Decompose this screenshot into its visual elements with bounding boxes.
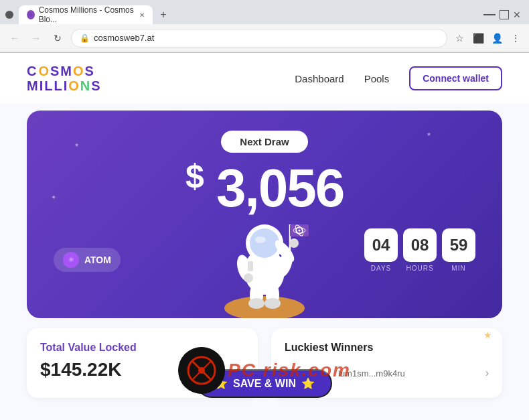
prize-symbol: $ bbox=[185, 157, 203, 195]
countdown-hours: 08 HOURS bbox=[403, 228, 437, 272]
profile-icon[interactable]: 👤 bbox=[490, 31, 504, 45]
svg-point-19 bbox=[289, 238, 299, 248]
tab-bar: Cosmos Millions - Cosmos Blo... ✕ + ✕ bbox=[0, 0, 529, 24]
winner-arrow-icon: › bbox=[485, 367, 489, 379]
address-bar[interactable]: 🔒 cosmosweb7.at bbox=[71, 29, 447, 48]
days-value: 04 bbox=[364, 228, 398, 262]
svg-rect-20 bbox=[248, 261, 253, 271]
deco-star-3: ★ bbox=[483, 330, 492, 340]
browser-chrome: Cosmos Millions - Cosmos Blo... ✕ + ✕ ← … bbox=[0, 0, 529, 53]
toolbar: ← → ↻ 🔒 cosmosweb7.at ☆ ⬛ 👤 ⋮ bbox=[0, 24, 529, 52]
days-label: DAYS bbox=[371, 265, 392, 272]
save-win-label: SAVE & WIN bbox=[233, 378, 296, 390]
nav-dashboard[interactable]: Dashboard bbox=[295, 73, 344, 84]
back-button[interactable]: ← bbox=[7, 30, 23, 46]
hero-banner: ★ · ✦ ★ · ✦ · Next Draw $ 3,056 bbox=[27, 111, 502, 318]
new-tab-button[interactable]: + bbox=[155, 7, 171, 23]
browser-tab[interactable]: Cosmos Millions - Cosmos Blo... ✕ bbox=[19, 5, 153, 24]
minimize-btn[interactable] bbox=[483, 14, 496, 15]
countdown-timer: 04 DAYS 08 HOURS 59 MIN bbox=[364, 228, 475, 272]
svg-point-10 bbox=[248, 298, 264, 309]
countdown-minutes: 59 MIN bbox=[442, 228, 475, 272]
extension-icon[interactable]: ⬛ bbox=[471, 31, 485, 45]
tvl-title: Total Value Locked bbox=[40, 342, 244, 354]
tab-favicon bbox=[27, 10, 35, 19]
star-7: · bbox=[217, 142, 218, 146]
reload-button[interactable]: ↻ bbox=[50, 30, 66, 46]
minutes-value: 59 bbox=[442, 228, 475, 262]
logo-text-top: C O SM O S bbox=[27, 64, 102, 78]
maximize-btn[interactable] bbox=[500, 10, 509, 19]
svg-point-18 bbox=[244, 273, 253, 283]
save-win-button[interactable]: ⭐ SAVE & WIN ⭐ bbox=[197, 369, 332, 398]
hours-label: HOURS bbox=[406, 265, 433, 272]
nav-pools[interactable]: Pools bbox=[364, 73, 390, 84]
atom-badge: ⚛ ATOM bbox=[54, 248, 121, 272]
star-4: ★ bbox=[427, 131, 431, 137]
connect-wallet-button[interactable]: Connect wallet bbox=[409, 66, 502, 90]
winners-title: Luckiest Winners bbox=[285, 342, 489, 354]
atom-label: ATOM bbox=[84, 255, 111, 265]
toolbar-icons: ☆ ⬛ 👤 ⋮ bbox=[453, 31, 522, 45]
window-btn-close[interactable] bbox=[5, 11, 13, 19]
url-text: cosmosweb7.at bbox=[94, 33, 154, 43]
lock-icon: 🔒 bbox=[80, 33, 90, 43]
nav-links: Dashboard Pools Connect wallet bbox=[295, 66, 502, 90]
star-left-icon: ⭐ bbox=[214, 377, 228, 390]
star-right-icon: ⭐ bbox=[301, 377, 315, 390]
atom-coin-icon: ⚛ bbox=[63, 252, 79, 268]
site-nav: C O SM O S MILLI O N S Dashboard Pools C… bbox=[0, 53, 529, 104]
tab-close-btn[interactable]: ✕ bbox=[139, 11, 145, 19]
close-btn[interactable]: ✕ bbox=[513, 9, 521, 20]
menu-icon[interactable]: ⋮ bbox=[509, 31, 522, 45]
astronaut-illustration bbox=[211, 184, 318, 318]
svg-point-4 bbox=[255, 236, 266, 243]
minutes-label: MIN bbox=[451, 265, 465, 272]
tab-title: Cosmos Millions - Cosmos Blo... bbox=[39, 5, 135, 24]
forward-button[interactable]: → bbox=[28, 30, 44, 46]
winner-address: lum1sm...m9k4ru bbox=[338, 368, 405, 378]
svg-point-11 bbox=[264, 298, 281, 309]
hours-value: 08 bbox=[403, 228, 437, 262]
page-content: C O SM O S MILLI O N S Dashboard Pools C… bbox=[0, 53, 529, 420]
star-1: ★ bbox=[74, 142, 79, 148]
svg-point-0 bbox=[224, 296, 305, 318]
site-logo: C O SM O S MILLI O N S bbox=[27, 64, 102, 93]
next-draw-button[interactable]: Next Draw bbox=[221, 131, 307, 153]
logo-text-bottom: MILLI O N S bbox=[27, 78, 102, 93]
bookmark-icon[interactable]: ☆ bbox=[453, 31, 466, 45]
svg-point-3 bbox=[250, 228, 279, 258]
svg-point-17 bbox=[299, 230, 301, 232]
countdown-days: 04 DAYS bbox=[364, 228, 398, 272]
